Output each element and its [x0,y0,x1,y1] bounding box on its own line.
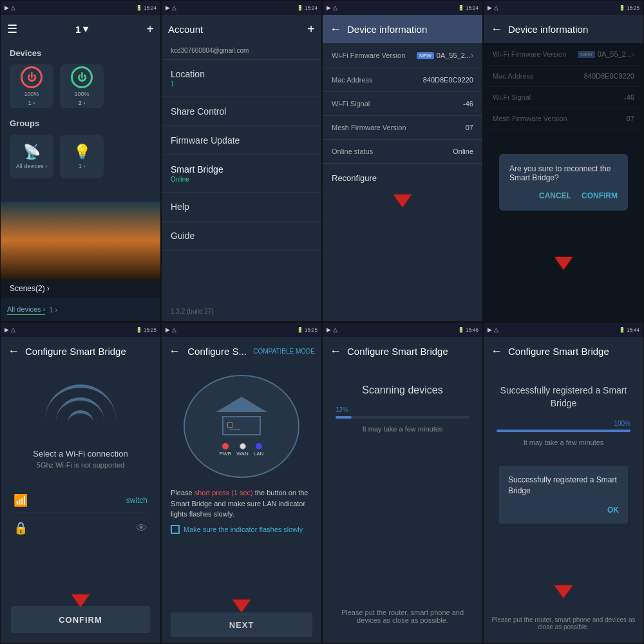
scan-progress-wrap: 12% [336,406,469,419]
info-row-wifi-fw: Wi-Fi Firmware Version NEW 0A_55_2... › [323,43,482,68]
menu-help[interactable]: Help [162,193,321,222]
battery-icon-3: 🔋 [458,5,464,11]
status-right-5: 🔋 15:25 [136,327,156,333]
back-button-7[interactable]: ← [329,345,342,357]
nav-all-devices[interactable]: All devices › [7,305,45,315]
menu-smart-bridge[interactable]: Smart Bridge Online [162,155,321,193]
panel-device-info: ▶ △ 🔋 15:24 ← Device information Wi-Fi F… [322,0,483,322]
wifi-select-row[interactable]: 📶 switch [14,488,147,513]
dialog-cancel-button[interactable]: CANCEL [539,191,571,200]
status-bar-4: ▶ △ 🔋 15:25 [484,1,643,15]
panel-scanning: ▶ △ 🔋 15:46 ← Configure Smart Bridge Sca… [322,322,483,644]
device-item-2[interactable]: ⏻ 100% 2 › [60,64,104,108]
status-bar-5: ▶ △ 🔋 15:25 [1,323,160,337]
device-item-1[interactable]: ⏻ 100% 1 › [10,64,53,108]
panel6-title: Configure S... [187,346,247,357]
arrow-line [230,430,240,430]
device-info-4-content: Wi-Fi Firmware Version NEW 0A_55_2... › … [484,43,643,321]
group-item-1[interactable]: 💡 1 › [60,135,104,178]
status-right-4: 🔋 15:25 [619,5,639,11]
chevron-right-icon: › [471,51,473,60]
lock-icon: 🔒 [14,521,28,535]
battery-icon-2: 🔋 [297,5,303,11]
menu-firmware-update[interactable]: Firmware Update [162,126,321,155]
battery-icon-8: 🔋 [619,327,625,333]
success-content: Successfully registered a Smart Bridge 1… [484,365,643,643]
battery-icon-6: 🔋 [297,327,303,333]
status-bar-6: ▶ △ 🔋 15:25 [162,323,321,337]
battery-icon-5: 🔋 [136,327,142,333]
menu-location[interactable]: Location 1 [162,60,321,97]
add-button[interactable]: + [146,22,154,37]
dialog-confirm-button[interactable]: CONFIRM [582,191,618,200]
menu-share-label: Share Control [171,106,226,117]
status-bar-3: ▶ △ 🔋 15:24 [323,1,482,15]
power-icon-1: ⏻ [21,66,43,88]
panel-configure-compatible: ▶ △ 🔋 15:25 ← Configure S... COMPATIBLE … [161,322,322,644]
ok-button[interactable]: OK [508,506,619,515]
device-num-1: 1 › [28,100,35,106]
back-button-4[interactable]: ← [490,23,503,35]
panel8-title: Configure Smart Bridge [508,346,609,357]
status-left-3: ▶ △ [327,5,337,11]
top-bar-1: ☰ 1 ▾ + [1,15,160,43]
success-title: Successfully registered a Smart Bridge [497,384,630,410]
group-item-all[interactable]: 📡 All devices › [10,135,53,178]
panel3-arrow [393,194,412,207]
eye-icon: 👁 [136,522,147,535]
time-display-6: 15:25 [305,327,317,333]
status-left: ▶ △ [5,5,15,11]
time-display-7: 15:46 [466,327,478,333]
title-dropdown-arrow[interactable]: ▾ [83,23,88,35]
back-button-6[interactable]: ← [168,345,181,357]
nav-group-num[interactable]: 1 › [49,306,57,314]
panel-configure-wifi: ▶ △ 🔋 15:25 ← Configure Smart Bridge Sel… [0,322,161,644]
flashes-checkbox[interactable] [171,525,180,534]
info-row-mac: Mac Address 840D8E0C9220 [323,68,482,92]
indicator-checkbox-row[interactable]: Make sure the indicator flashes slowly [171,525,312,534]
panel7-title: Configure Smart Bridge [347,346,448,357]
background-sunset [1,202,160,279]
hamburger-icon[interactable]: ☰ [7,22,17,36]
status-right-3: 🔋 15:24 [458,5,478,11]
mesh-fw-value: 07 [466,124,473,131]
top-bar-5: ← Configure Smart Bridge [1,337,160,365]
indicator-dots-row: PWR WAN LAN [220,443,264,457]
reconfigure-button[interactable]: Reconfigure [323,164,482,192]
no-5g-text: 5Ghz Wi-Fi is not supported [37,461,124,469]
wifi-fw-label: Wi-Fi Firmware Version [332,52,405,59]
confirm-button[interactable]: CONFIRM [11,606,150,633]
status-right-6: 🔋 15:25 [297,327,317,333]
groups-grid: 📡 All devices › 💡 1 › [1,132,160,181]
house-shape [216,397,267,435]
back-button-5[interactable]: ← [7,345,20,357]
scenes-bar[interactable]: Scenes(2) › [1,279,160,298]
version-text: 1.3.2 (build 27) [171,308,214,315]
panel5-arrow [71,594,90,607]
devices-grid: ⏻ 100% 1 › ⏻ 100% 2 › [1,58,160,115]
success-progress-label: 100% [497,420,630,427]
reconfigure-label: Reconfigure [332,173,377,183]
mesh-fw-label: Mesh Firmware Version [332,124,406,131]
group-label-1: All devices › [16,163,48,169]
time-display-4: 15:25 [627,5,639,11]
next-button[interactable]: NEXT [171,612,312,637]
menu-share-control[interactable]: Share Control [162,97,321,126]
password-row[interactable]: 🔒 👁 [14,516,147,540]
success-dialog-text: Successfully registered a Smart Bridge [508,475,619,497]
success-progress-wrap: 100% [497,420,630,432]
wifi-arc-inner [68,410,93,436]
status-right-7: 🔋 15:46 [458,327,478,333]
panel6-arrow [232,600,251,612]
switch-button[interactable]: switch [126,496,147,505]
put-close-text: Please put the router, smart phone and d… [323,609,482,624]
menu-guide[interactable]: Guide [162,222,321,251]
top-bar-2: Account + [162,15,321,43]
status-bar-7: ▶ △ 🔋 15:46 [323,323,482,337]
menu-location-label: Location [171,69,205,79]
back-button-3[interactable]: ← [329,23,342,35]
wifi-icon-group1: 📡 [23,144,41,160]
short-press-text: short press (1 sec) [194,489,253,497]
panel2-add[interactable]: + [307,22,315,37]
back-button-8[interactable]: ← [490,345,503,357]
